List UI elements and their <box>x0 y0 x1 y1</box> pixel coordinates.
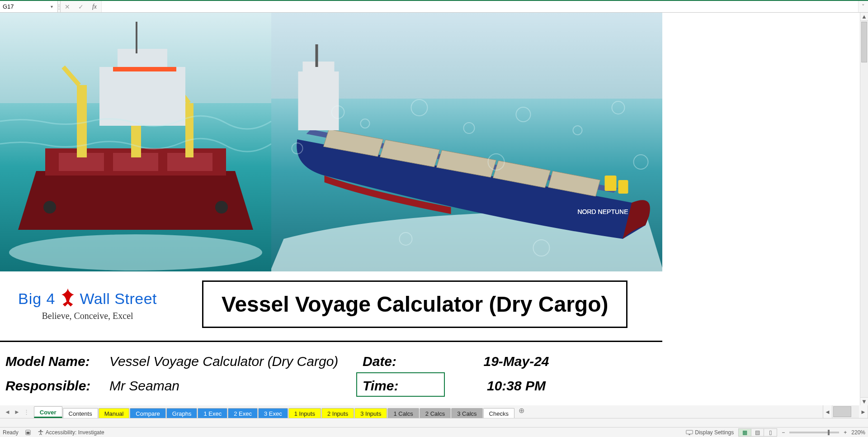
tab-nav-prev-icon[interactable]: ◄ <box>4 408 11 415</box>
ship-image-right: NORD NEPTUNE NORD NEPTUNE <box>271 13 662 271</box>
enter-formula-button[interactable]: ✓ <box>74 1 88 12</box>
svg-rect-18 <box>605 176 617 191</box>
workbook-title: Vessel Voyage Calculator (Dry Cargo) <box>202 280 627 328</box>
svg-rect-10 <box>99 67 185 126</box>
tab-nav-controls[interactable]: ◄ ► ⋮ <box>0 405 34 418</box>
sheet-tab-1-exec[interactable]: 1 Exec <box>198 408 227 418</box>
name-box-value: G17 <box>3 3 49 10</box>
sheet-tab-strip: ◄ ► ⋮ CoverContentsManualCompareGraphs1 … <box>0 405 868 418</box>
sheet-tab-1-inputs[interactable]: 1 Inputs <box>288 408 321 418</box>
svg-point-2 <box>9 234 262 271</box>
label-responsible: Responsible: <box>5 378 109 394</box>
sheet-tab-2-exec[interactable]: 2 Exec <box>228 408 258 418</box>
hscroll-row <box>0 418 868 427</box>
sheet-tab-1-calcs[interactable]: 1 Calcs <box>387 408 419 418</box>
cancel-formula-button[interactable]: ✕ <box>61 1 74 12</box>
sheet-tab-3-exec[interactable]: 3 Exec <box>258 408 288 418</box>
accessibility-status[interactable]: Accessibility: Investigate <box>38 429 104 436</box>
name-box-chevron-icon[interactable]: ▾ <box>49 4 55 9</box>
zoom-out-button[interactable]: − <box>782 429 785 436</box>
worksheet-area: NORD NEPTUNE NORD NEPTUNE <box>0 13 868 405</box>
logo-tagline: Believe, Conceive, Excel <box>42 311 133 321</box>
eagle-icon <box>58 287 77 310</box>
label-model-name: Model Name: <box>5 354 109 369</box>
zoom-slider[interactable] <box>789 432 839 433</box>
accessibility-text: Accessibility: Investigate <box>46 429 104 436</box>
logo-block: Big 4 Wall Street Believe, Conceive, Exc… <box>18 287 157 321</box>
formula-input[interactable] <box>101 1 858 12</box>
display-settings-label: Display Settings <box>695 429 734 436</box>
view-mode-group[interactable]: ▦ ▤ ▯ <box>738 428 777 437</box>
tab-nav-sep-icon: ⋮ <box>23 408 30 415</box>
label-date: Date: <box>363 354 453 369</box>
svg-point-14 <box>43 201 56 214</box>
svg-rect-38 <box>26 432 29 434</box>
scroll-down-button[interactable]: ▼ <box>860 397 868 405</box>
expand-formula-bar-button[interactable]: ˅ <box>858 1 868 12</box>
value-date[interactable]: 19-May-24 <box>453 354 580 369</box>
zoom-slider-thumb[interactable] <box>828 430 830 435</box>
sheet-tab-manual[interactable]: Manual <box>99 408 130 418</box>
vertical-scrollbar[interactable]: ▲ ▼ <box>860 13 868 405</box>
svg-rect-22 <box>316 44 318 67</box>
add-sheet-button[interactable]: ⊕ <box>515 405 528 415</box>
display-settings-button[interactable]: Display Settings <box>686 429 734 436</box>
cover-header-row: Big 4 Wall Street Believe, Conceive, Exc… <box>0 271 662 342</box>
status-bar: Ready Accessibility: Investigate Display… <box>0 427 868 437</box>
value-model-name[interactable]: Vessel Voyage Calculator (Dry Cargo) <box>109 354 363 369</box>
scroll-up-button[interactable]: ▲ <box>860 13 868 21</box>
svg-point-39 <box>40 429 42 431</box>
svg-rect-13 <box>136 22 137 53</box>
sheet-tabs: CoverContentsManualCompareGraphs1 Exec2 … <box>34 405 515 418</box>
hscroll-thumb[interactable] <box>833 406 851 417</box>
hscroll-left-button[interactable]: ◄ <box>823 405 832 418</box>
svg-text:NORD NEPTUNE: NORD NEPTUNE <box>578 208 628 215</box>
sheet-viewport[interactable]: NORD NEPTUNE NORD NEPTUNE <box>0 13 860 405</box>
svg-point-15 <box>215 201 228 214</box>
svg-rect-41 <box>689 434 690 435</box>
vertical-scroll-thumb[interactable] <box>861 22 867 62</box>
formula-bar: G17 ▾ ⋮ ✕ ✓ fx ˅ <box>0 0 868 13</box>
svg-rect-9 <box>185 103 193 157</box>
ship-image-left <box>0 13 271 271</box>
sheet-tab-compare[interactable]: Compare <box>130 408 165 418</box>
sheet-tab-contents[interactable]: Contents <box>63 408 98 418</box>
svg-rect-12 <box>113 67 176 71</box>
sheet-tab-3-calcs[interactable]: 3 Calcs <box>451 408 482 418</box>
svg-rect-21 <box>303 62 335 75</box>
svg-rect-20 <box>298 71 339 130</box>
zoom-level[interactable]: 220% <box>851 429 865 436</box>
sheet-tab-2-inputs[interactable]: 2 Inputs <box>321 408 354 418</box>
sheet-tab-2-calcs[interactable]: 2 Calcs <box>420 408 451 418</box>
svg-rect-40 <box>686 430 693 434</box>
tab-nav-next-icon[interactable]: ► <box>13 408 21 415</box>
view-page-layout-icon[interactable]: ▤ <box>751 429 764 436</box>
name-box[interactable]: G17 ▾ <box>0 1 58 12</box>
insert-function-button[interactable]: fx <box>88 1 101 12</box>
status-ready: Ready <box>3 429 19 436</box>
sheet-tab-3-inputs[interactable]: 3 Inputs <box>354 408 387 418</box>
hscroll-right-button[interactable]: ► <box>859 405 868 418</box>
zoom-in-button[interactable]: + <box>844 429 847 436</box>
view-page-break-icon[interactable]: ▯ <box>764 429 777 436</box>
sheet-tab-checks[interactable]: Checks <box>483 408 514 418</box>
horizontal-scrollbar[interactable]: ◄ ► <box>823 405 868 418</box>
logo-text-right: Wall Street <box>80 290 157 308</box>
svg-rect-19 <box>618 180 628 194</box>
value-responsible[interactable]: Mr Seaman <box>109 378 363 394</box>
cover-meta-grid: Model Name: Vessel Voyage Calculator (Dr… <box>0 342 662 398</box>
cover-sheet-content: Big 4 Wall Street Believe, Conceive, Exc… <box>0 271 662 398</box>
view-normal-icon[interactable]: ▦ <box>739 429 751 436</box>
value-time[interactable]: 10:38 PM <box>453 378 580 394</box>
sheet-tab-graphs[interactable]: Graphs <box>166 408 198 418</box>
macro-recording-icon[interactable] <box>25 429 31 436</box>
logo-text-left: Big 4 <box>18 290 56 308</box>
hero-images: NORD NEPTUNE NORD NEPTUNE <box>0 13 662 271</box>
sheet-tab-cover[interactable]: Cover <box>34 406 62 418</box>
label-time: Time: <box>363 378 453 394</box>
